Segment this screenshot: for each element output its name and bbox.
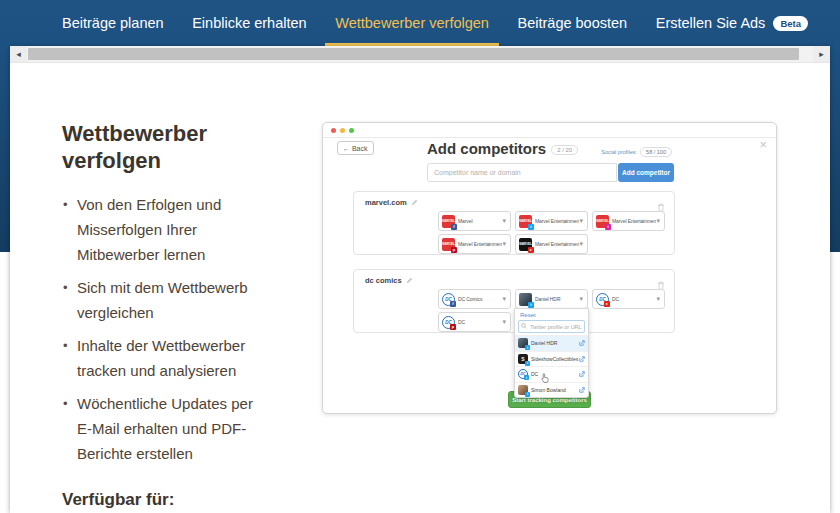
dropdown-item-sideshowcollectibles[interactable]: t SideshowCollectibles <box>515 351 588 367</box>
twitter-badge-icon: t <box>528 302 534 308</box>
scrollbar-track[interactable] <box>27 46 813 62</box>
chevron-down-icon: ▾ <box>502 318 506 326</box>
top-navigation: Beiträge planen Einblicke erhalten Wettb… <box>0 0 840 46</box>
right-arrow-icon: ▸ <box>819 49 824 59</box>
external-link-icon[interactable] <box>579 371 585 377</box>
group-name: marvel.com <box>365 198 418 207</box>
feature-screenshot: ← Back × Add competitors2 / 20 Social pr… <box>322 122 777 414</box>
tab-label: Wettbewerber verfolgen <box>335 15 489 31</box>
competitor-count-badge: 2 / 20 <box>551 145 578 155</box>
external-link-icon[interactable] <box>579 340 585 346</box>
page-title: Wettbewerber verfolgen <box>62 120 247 174</box>
add-competitor-button[interactable]: Add competitor <box>618 163 674 182</box>
tab-wettbewerber-verfolgen[interactable]: Wettbewerber verfolgen <box>325 0 499 46</box>
chevron-down-icon: ▾ <box>579 240 583 248</box>
beta-badge: Beta <box>773 16 808 31</box>
dc-avatar: p <box>442 316 455 329</box>
profile-select-open[interactable]: t Daniel HDR ▾ <box>515 289 588 309</box>
marvel-avatar: p <box>442 238 455 251</box>
content-panel: ◂ ▸ Wettbewerber verfolgen Von den Erfol… <box>10 46 830 513</box>
pinterest-badge-icon: p <box>450 324 456 330</box>
chevron-down-icon: ▾ <box>579 295 583 303</box>
scrollbar-thumb[interactable] <box>28 48 799 60</box>
feature-bullet-list: Von den Erfolgen und Misserfolgen Ihrer … <box>62 192 258 466</box>
profile-select[interactable]: p DC ▾ <box>438 312 511 332</box>
dc-avatar: t <box>518 369 528 379</box>
tab-beitraege-planen[interactable]: Beiträge planen <box>52 0 174 46</box>
close-icon[interactable]: × <box>759 137 767 152</box>
chevron-down-icon: ▾ <box>656 217 660 225</box>
traffic-light-red-icon <box>331 128 336 133</box>
profile-select[interactable]: f DC Comics ▾ <box>438 289 511 309</box>
dropdown-item-daniel-hdr[interactable]: t Daniel HDR <box>515 335 588 351</box>
reset-link[interactable]: Reset <box>515 309 588 320</box>
twitter-badge-icon: t <box>525 361 530 366</box>
profile-select[interactable]: ▸ Marvel Entertainment ▾ <box>515 234 588 254</box>
bullet-item: Inhalte der Wettbewerber tracken und ana… <box>62 333 258 383</box>
sideshow-avatar: t <box>518 354 528 364</box>
profile-select[interactable]: ▸ DC ▾ <box>592 289 665 309</box>
scroll-left-button[interactable]: ◂ <box>10 46 27 62</box>
instagram-badge-icon: i <box>605 224 611 230</box>
chevron-down-icon: ▾ <box>502 295 506 303</box>
dc-avatar: ▸ <box>596 293 609 306</box>
tab-erstellen-sie-ads[interactable]: Erstellen Sie Ads Beta <box>646 0 818 46</box>
external-link-icon[interactable] <box>579 387 585 393</box>
chevron-down-icon: ▾ <box>502 240 506 248</box>
edit-icon[interactable] <box>406 277 413 284</box>
left-arrow-icon: ◂ <box>16 49 21 59</box>
bullet-item: Sich mit dem Wettbewerb vergleichen <box>62 275 258 325</box>
simon-bowland-avatar: t <box>518 385 528 395</box>
competitor-search-input[interactable] <box>427 163 617 182</box>
mouse-cursor-icon <box>541 370 550 388</box>
horizontal-scrollbar[interactable]: ◂ ▸ <box>10 46 830 63</box>
traffic-light-green-icon <box>349 128 354 133</box>
tab-einblicke-erhalten[interactable]: Einblicke erhalten <box>182 0 316 46</box>
profile-select[interactable]: p Marvel Entertainment ▾ <box>438 234 511 254</box>
available-for-label: Verfügbar für: <box>62 490 320 510</box>
dropdown-item-dc[interactable]: t DC <box>515 366 588 382</box>
twitter-badge-icon: t <box>524 375 529 380</box>
scroll-right-button[interactable]: ▸ <box>813 46 830 62</box>
chevron-down-icon: ▾ <box>656 295 660 303</box>
twitter-badge-icon: t <box>525 345 530 350</box>
tab-label: Beiträge planen <box>62 15 164 31</box>
profile-select[interactable]: f Marvel ▾ <box>438 211 511 231</box>
external-link-icon[interactable] <box>579 356 585 362</box>
social-profiles-badge: 58 / 100 <box>640 147 672 157</box>
profile-dropdown-panel: Reset t Daniel HDR t SideshowCollectible… <box>514 308 589 398</box>
feature-description: Wettbewerber verfolgen Von den Erfolgen … <box>62 120 320 513</box>
facebook-badge-icon: f <box>451 224 457 230</box>
back-button[interactable]: ← Back <box>337 141 374 155</box>
dropdown-item-simon-bowland[interactable]: t Simon Bowland <box>515 382 588 398</box>
profile-select[interactable]: t Marvel Entertainment ▾ <box>515 211 588 231</box>
youtube-badge-icon: ▸ <box>604 301 610 307</box>
edit-icon[interactable] <box>411 199 418 206</box>
marvel-avatar: t <box>519 215 532 228</box>
tab-beitraege-boosten[interactable]: Beiträge boosten <box>508 0 638 46</box>
twitter-badge-icon: t <box>528 224 534 230</box>
twitter-badge-icon: t <box>525 392 530 397</box>
tab-label: Beiträge boosten <box>518 15 628 31</box>
daniel-hdr-avatar: t <box>519 293 532 306</box>
group-name: dc comics <box>365 276 413 285</box>
pinterest-badge-icon: p <box>451 247 457 253</box>
daniel-hdr-avatar: t <box>518 338 528 348</box>
search-icon <box>521 323 527 329</box>
profile-search-wrap <box>515 320 588 333</box>
profile-search-input[interactable] <box>518 320 585 333</box>
competitor-group-marvel: marvel.com f Marvel ▾ t Marvel Entertain… <box>353 191 675 255</box>
chevron-down-icon: ▾ <box>579 217 583 225</box>
dialog-title: Add competitors2 / 20 <box>427 140 578 157</box>
dc-avatar: f <box>442 293 455 306</box>
bullet-item: Von den Erfolgen und Misserfolgen Ihrer … <box>62 192 258 267</box>
youtube-badge-icon: ▸ <box>528 247 534 253</box>
profile-select[interactable]: i Marvel Entertainment ▾ <box>592 211 665 231</box>
add-competitors-dialog: ← Back × Add competitors2 / 20 Social pr… <box>323 138 776 414</box>
browser-titlebar <box>323 123 776 138</box>
chevron-down-icon: ▾ <box>502 217 506 225</box>
facebook-badge-icon: f <box>450 301 456 307</box>
marvel-avatar: f <box>442 215 455 228</box>
marvel-avatar: i <box>596 215 609 228</box>
marvel-black-avatar: ▸ <box>519 238 532 251</box>
